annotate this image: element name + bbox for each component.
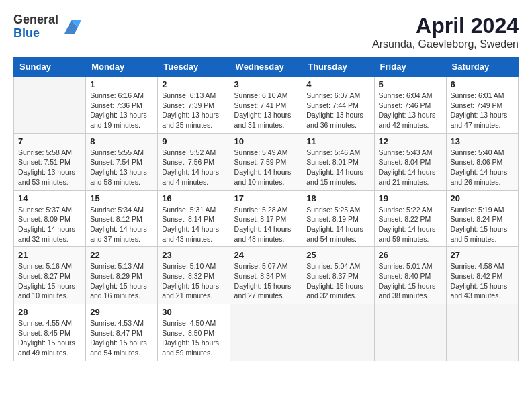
logo: General Blue	[13, 13, 81, 40]
calendar-cell: 21Sunrise: 5:16 AM Sunset: 8:27 PM Dayli…	[14, 247, 86, 304]
header-friday: Friday	[374, 58, 446, 77]
day-info: Sunrise: 5:16 AM Sunset: 8:27 PM Dayligh…	[18, 261, 81, 301]
day-number: 16	[162, 193, 225, 203]
day-info: Sunrise: 5:01 AM Sunset: 8:40 PM Dayligh…	[379, 261, 442, 301]
calendar-cell: 30Sunrise: 4:50 AM Sunset: 8:50 PM Dayli…	[158, 304, 230, 361]
day-number: 10	[234, 136, 298, 146]
title-block: April 2024 Arsunda, Gaevleborg, Sweden	[372, 13, 519, 50]
calendar-cell: 4Sunrise: 6:07 AM Sunset: 7:44 PM Daylig…	[302, 77, 374, 134]
calendar-cell: 23Sunrise: 5:10 AM Sunset: 8:32 PM Dayli…	[158, 247, 230, 304]
calendar-cell: 27Sunrise: 4:58 AM Sunset: 8:42 PM Dayli…	[446, 247, 518, 304]
day-number: 2	[162, 79, 225, 89]
calendar-cell: 1Sunrise: 6:16 AM Sunset: 7:36 PM Daylig…	[86, 77, 158, 134]
logo-blue: Blue	[13, 27, 58, 40]
day-info: Sunrise: 6:07 AM Sunset: 7:44 PM Dayligh…	[306, 91, 369, 130]
calendar-cell	[446, 304, 518, 361]
day-info: Sunrise: 5:58 AM Sunset: 7:51 PM Dayligh…	[18, 148, 81, 187]
calendar-week-row: 21Sunrise: 5:16 AM Sunset: 8:27 PM Dayli…	[14, 247, 519, 304]
calendar-cell: 17Sunrise: 5:28 AM Sunset: 8:17 PM Dayli…	[230, 190, 302, 247]
calendar-cell: 22Sunrise: 5:13 AM Sunset: 8:29 PM Dayli…	[86, 247, 158, 304]
header-sunday: Sunday	[14, 58, 86, 77]
day-info: Sunrise: 4:50 AM Sunset: 8:50 PM Dayligh…	[162, 318, 225, 358]
day-info: Sunrise: 5:07 AM Sunset: 8:34 PM Dayligh…	[234, 261, 298, 301]
calendar-cell: 13Sunrise: 5:40 AM Sunset: 8:06 PM Dayli…	[446, 133, 518, 190]
calendar-cell: 19Sunrise: 5:22 AM Sunset: 8:22 PM Dayli…	[374, 190, 446, 247]
calendar-cell: 6Sunrise: 6:01 AM Sunset: 7:49 PM Daylig…	[446, 77, 518, 134]
day-number: 25	[306, 250, 369, 260]
day-info: Sunrise: 6:04 AM Sunset: 7:46 PM Dayligh…	[379, 91, 442, 130]
day-info: Sunrise: 6:01 AM Sunset: 7:49 PM Dayligh…	[451, 91, 514, 130]
page-header: General Blue April 2024 Arsunda, Gaevleb…	[13, 13, 519, 50]
day-number: 26	[379, 250, 442, 260]
day-info: Sunrise: 4:53 AM Sunset: 8:47 PM Dayligh…	[90, 318, 153, 358]
header-wednesday: Wednesday	[230, 58, 302, 77]
day-number: 17	[234, 193, 298, 203]
day-number: 5	[379, 79, 442, 89]
calendar-cell: 15Sunrise: 5:34 AM Sunset: 8:12 PM Dayli…	[86, 190, 158, 247]
day-number: 14	[18, 193, 81, 203]
day-info: Sunrise: 5:04 AM Sunset: 8:37 PM Dayligh…	[306, 261, 369, 301]
day-info: Sunrise: 5:19 AM Sunset: 8:24 PM Dayligh…	[451, 205, 514, 244]
day-info: Sunrise: 5:28 AM Sunset: 8:17 PM Dayligh…	[234, 205, 298, 244]
calendar-cell: 25Sunrise: 5:04 AM Sunset: 8:37 PM Dayli…	[302, 247, 374, 304]
day-number: 27	[451, 250, 514, 260]
calendar-cell: 3Sunrise: 6:10 AM Sunset: 7:41 PM Daylig…	[230, 77, 302, 134]
day-info: Sunrise: 5:25 AM Sunset: 8:19 PM Dayligh…	[306, 205, 369, 244]
day-info: Sunrise: 5:10 AM Sunset: 8:32 PM Dayligh…	[162, 261, 225, 301]
calendar-cell: 7Sunrise: 5:58 AM Sunset: 7:51 PM Daylig…	[14, 133, 86, 190]
day-number: 28	[18, 307, 81, 317]
day-info: Sunrise: 5:49 AM Sunset: 7:59 PM Dayligh…	[234, 148, 298, 187]
day-info: Sunrise: 6:10 AM Sunset: 7:41 PM Dayligh…	[234, 91, 298, 130]
calendar-cell: 14Sunrise: 5:37 AM Sunset: 8:09 PM Dayli…	[14, 190, 86, 247]
header-tuesday: Tuesday	[158, 58, 230, 77]
day-info: Sunrise: 5:13 AM Sunset: 8:29 PM Dayligh…	[90, 261, 153, 301]
day-info: Sunrise: 5:37 AM Sunset: 8:09 PM Dayligh…	[18, 205, 81, 244]
day-number: 15	[90, 193, 153, 203]
day-number: 20	[451, 193, 514, 203]
header-thursday: Thursday	[302, 58, 374, 77]
calendar-cell: 2Sunrise: 6:13 AM Sunset: 7:39 PM Daylig…	[158, 77, 230, 134]
calendar-cell: 26Sunrise: 5:01 AM Sunset: 8:40 PM Dayli…	[374, 247, 446, 304]
calendar-cell	[374, 304, 446, 361]
day-number: 11	[306, 136, 369, 146]
day-number: 22	[90, 250, 153, 260]
day-number: 4	[306, 79, 369, 89]
day-info: Sunrise: 5:31 AM Sunset: 8:14 PM Dayligh…	[162, 205, 225, 244]
month-year-title: April 2024	[372, 13, 519, 38]
day-number: 19	[379, 193, 442, 203]
day-info: Sunrise: 5:46 AM Sunset: 8:01 PM Dayligh…	[306, 148, 369, 187]
day-number: 21	[18, 250, 81, 260]
calendar-cell: 16Sunrise: 5:31 AM Sunset: 8:14 PM Dayli…	[158, 190, 230, 247]
day-number: 18	[306, 193, 369, 203]
day-number: 13	[451, 136, 514, 146]
day-info: Sunrise: 5:55 AM Sunset: 7:54 PM Dayligh…	[90, 148, 153, 187]
calendar-cell: 24Sunrise: 5:07 AM Sunset: 8:34 PM Dayli…	[230, 247, 302, 304]
day-number: 7	[18, 136, 81, 146]
day-number: 1	[90, 79, 153, 89]
calendar-cell: 12Sunrise: 5:43 AM Sunset: 8:04 PM Dayli…	[374, 133, 446, 190]
day-number: 6	[451, 79, 514, 89]
calendar-cell: 29Sunrise: 4:53 AM Sunset: 8:47 PM Dayli…	[86, 304, 158, 361]
calendar-header-row: Sunday Monday Tuesday Wednesday Thursday…	[14, 58, 519, 77]
day-number: 3	[234, 79, 298, 89]
day-number: 30	[162, 307, 225, 317]
day-number: 29	[90, 307, 153, 317]
calendar-cell	[14, 77, 86, 134]
day-info: Sunrise: 6:16 AM Sunset: 7:36 PM Dayligh…	[90, 91, 153, 130]
day-info: Sunrise: 5:34 AM Sunset: 8:12 PM Dayligh…	[90, 205, 153, 244]
calendar-cell: 28Sunrise: 4:55 AM Sunset: 8:45 PM Dayli…	[14, 304, 86, 361]
calendar-cell	[302, 304, 374, 361]
day-info: Sunrise: 4:58 AM Sunset: 8:42 PM Dayligh…	[451, 261, 514, 301]
calendar-cell: 10Sunrise: 5:49 AM Sunset: 7:59 PM Dayli…	[230, 133, 302, 190]
day-number: 24	[234, 250, 298, 260]
calendar-table: Sunday Monday Tuesday Wednesday Thursday…	[13, 57, 519, 361]
calendar-cell: 18Sunrise: 5:25 AM Sunset: 8:19 PM Dayli…	[302, 190, 374, 247]
day-info: Sunrise: 5:43 AM Sunset: 8:04 PM Dayligh…	[379, 148, 442, 187]
calendar-week-row: 7Sunrise: 5:58 AM Sunset: 7:51 PM Daylig…	[14, 133, 519, 190]
day-number: 12	[379, 136, 442, 146]
calendar-cell: 8Sunrise: 5:55 AM Sunset: 7:54 PM Daylig…	[86, 133, 158, 190]
day-number: 9	[162, 136, 225, 146]
location-subtitle: Arsunda, Gaevleborg, Sweden	[372, 38, 519, 50]
day-info: Sunrise: 4:55 AM Sunset: 8:45 PM Dayligh…	[18, 318, 81, 358]
logo-text: General Blue	[13, 13, 58, 40]
